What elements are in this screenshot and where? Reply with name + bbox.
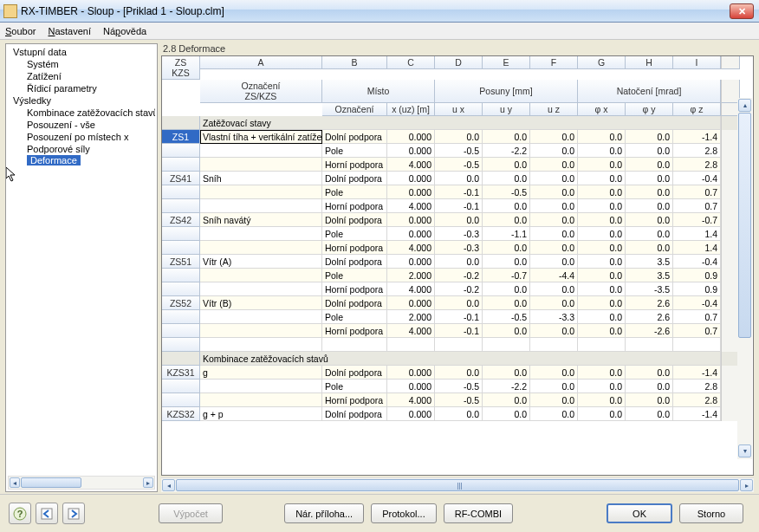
table-row[interactable]: Horní podpora4.000-0.10.00.00.0-2.60.7 [162,324,753,338]
col-letter-a[interactable]: A [200,56,322,69]
scroll-thumb[interactable] [176,479,739,491]
grid-hscrollbar[interactable]: ◂ ▸ [161,477,754,492]
sidebar-hscrollbar[interactable]: ◂ ▸ [8,476,155,490]
table-row[interactable]: ZS51Vítr (A)Dolní podpora0.0000.00.00.00… [162,255,753,269]
cancel-button[interactable]: Storno [679,503,743,523]
col-letter-e[interactable]: E [483,56,530,69]
header-sub-oznaceni: Označení [322,103,387,116]
help-icon: ? [13,507,27,521]
header-rotations: Natočení [mrad] [578,80,721,103]
header-sub-ux: u x [435,103,483,116]
col-letter-d[interactable]: D [435,56,483,69]
table-row[interactable]: Pole0.000-0.3-1.10.00.00.01.4 [162,227,753,241]
table-row[interactable]: Pole0.000-0.5-2.20.00.00.02.8 [162,144,753,158]
header-corner: ZSKZS [162,56,200,80]
col-letter-g[interactable]: G [578,56,626,69]
header-sub-phiy: φ y [626,103,673,116]
ok-button[interactable]: OK [607,503,672,523]
scroll-up-icon[interactable]: ▴ [738,99,751,112]
scroll-right-icon[interactable]: ▸ [143,477,153,488]
section-row: Kombinace zatěžovacích stavů [162,352,753,366]
table-row[interactable]: Pole2.000-0.1-0.5-3.30.02.60.7 [162,310,753,324]
tree-group-input-data[interactable]: Vstupní data [8,46,155,58]
scroll-placeholder [721,56,740,69]
prev-button[interactable] [36,503,58,524]
header-sub-uy: u y [483,103,530,116]
scroll-left-icon[interactable]: ◂ [10,477,20,488]
col-letter-i[interactable]: I [673,56,721,69]
table-row [162,338,753,352]
col-letter-b[interactable]: B [322,56,387,69]
tree-item-support-forces[interactable]: Podporové síly [8,143,155,155]
table-row[interactable]: Horní podpora4.000-0.50.00.00.00.02.8 [162,158,753,172]
close-icon: ✕ [738,6,746,17]
table-row[interactable]: ZS52Vítr (B)Dolní podpora0.0000.00.00.00… [162,296,753,310]
header-designation: OznačeníZS/KZS [200,80,322,103]
section-row: Zatěžovací stavy [162,116,753,130]
app-icon [3,4,17,18]
header-sub-phiz: φ z [673,103,721,116]
prev-icon [41,508,53,520]
rfcombi-button[interactable]: RF-COMBI [444,503,513,523]
tree-group-results[interactable]: Výsledky [8,94,155,107]
table-row[interactable]: ZS41SníhDolní podpora0.0000.00.00.00.00.… [162,172,753,185]
header-sub-x: x (uz) [m] [387,103,435,116]
table-row[interactable]: KZS32g + pDolní podpora0.0000.00.00.00.0… [162,407,753,421]
header-sub-uz: u z [530,103,578,116]
scroll-down-icon[interactable]: ▾ [738,444,751,457]
tree-item-check-by-x[interactable]: Posouzení po místech x [8,131,155,143]
table-row[interactable]: Horní podpora4.000-0.10.00.00.00.00.7 [162,199,753,213]
menu-bar: Soubor Nastavení Nápověda [0,23,759,40]
tree-item-loads[interactable]: Zatížení [8,70,155,82]
results-grid: ZSKZS A B C D E F G H I OznačeníZS/KZS M… [161,55,754,476]
table-row[interactable]: Pole0.000-0.5-2.20.00.00.02.8 [162,380,753,393]
col-letter-f[interactable]: F [530,56,578,69]
table-row[interactable]: KZS31gDolní podpora0.0000.00.00.00.00.0-… [162,366,753,380]
col-letter-c[interactable]: C [387,56,435,69]
table-row[interactable]: Horní podpora4.000-0.30.00.00.00.01.4 [162,241,753,255]
svg-text:?: ? [17,509,23,519]
panel-title: 2.8 Deformace [161,43,754,55]
scroll-thumb[interactable] [21,477,81,488]
table-row[interactable]: Pole0.000-0.1-0.50.00.00.00.7 [162,185,753,199]
table-row[interactable]: Pole2.000-0.2-0.7-4.40.03.50.9 [162,269,753,282]
next-icon [68,508,80,520]
grid-vscrollbar[interactable]: ▴ ▾ [737,98,752,459]
window-title: RX-TIMBER - Sloup - [Priklad 1 - Sloup.c… [21,5,224,17]
menu-file[interactable]: Soubor [5,26,36,36]
bottom-toolbar: ? Výpočet Nár. příloha... Protokol... RF… [0,494,759,532]
close-button[interactable]: ✕ [730,3,754,19]
nav-tree: Vstupní data Systém Zatížení Řídicí para… [5,43,158,492]
table-row[interactable]: Horní podpora4.000-0.20.00.00.0-3.50.9 [162,282,753,296]
scroll-left-icon[interactable]: ◂ [162,479,175,491]
cursor-icon [6,167,18,183]
table-row[interactable]: ZS1Vlastní tíha + vertikální zatížeDolní… [162,130,753,144]
tree-item-control-params[interactable]: Řídicí parametry [8,82,155,94]
table-row[interactable]: Horní podpora4.000-0.50.00.00.00.02.8 [162,393,753,407]
next-button[interactable] [62,503,85,524]
scroll-right-icon[interactable]: ▸ [740,479,753,491]
help-button[interactable]: ? [9,503,31,524]
menu-settings[interactable]: Nastavení [48,26,91,36]
tree-item-system[interactable]: Systém [8,58,155,70]
header-displacements: Posuny [mm] [435,80,578,103]
calculate-button[interactable]: Výpočet [159,503,223,523]
header-place: Místo [322,80,435,103]
menu-help[interactable]: Nápověda [103,26,146,36]
col-letter-h[interactable]: H [626,56,673,69]
tree-item-deformations[interactable]: Deformace [27,155,81,165]
title-bar: RX-TIMBER - Sloup - [Priklad 1 - Sloup.c… [0,0,759,23]
scroll-thumb[interactable] [738,113,751,338]
protocol-button[interactable]: Protokol... [371,503,437,523]
table-row[interactable]: ZS42Sníh navátýDolní podpora0.0000.00.00… [162,213,753,227]
tree-item-load-combinations[interactable]: Kombinace zatěžovacích stavů [8,107,155,119]
header-sub-phix: φ x [578,103,626,116]
national-annex-button[interactable]: Nár. příloha... [284,503,364,523]
tree-item-check-all[interactable]: Posouzení - vše [8,119,155,131]
